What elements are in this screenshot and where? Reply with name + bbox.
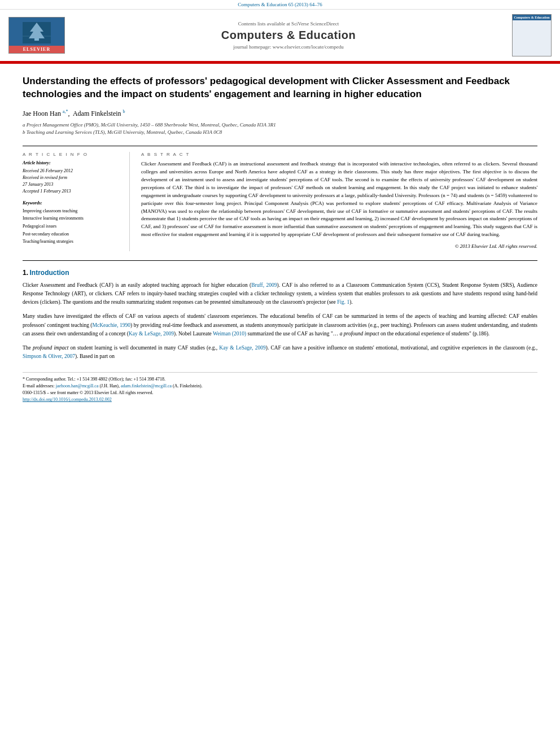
main-content: Understanding the effects of professors'…	[0, 64, 560, 414]
mckeachie-1990-link[interactable]: McKeachie, 1990	[93, 322, 131, 328]
journal-middle-bar: ELSEVIER Contents lists available at Sci…	[0, 10, 560, 61]
issn-line: 0360-1315/$ – see front matter © 2013 El…	[23, 390, 537, 396]
elsevier-logo-image: ELSEVIER	[8, 17, 65, 54]
intro-paragraph-3: The profound impact on student learning …	[23, 344, 537, 361]
intro-paragraph-1: Clicker Assessment and Feedback (CAF) is…	[23, 281, 537, 307]
thumb-title: Computers & Education	[513, 15, 551, 20]
accepted-date: Accepted 1 February 2013	[23, 188, 123, 195]
elsevier-logo: ELSEVIER	[6, 17, 68, 54]
journal-header: Computers & Education 65 (2013) 64–76	[0, 0, 560, 64]
keywords-label: Keywords:	[23, 200, 123, 206]
section-number: 1.	[23, 269, 28, 277]
email2-link[interactable]: adam.finkelstein@mcgill.ca	[121, 383, 172, 388]
keyword-3: Pedagogical issues	[23, 222, 123, 230]
bruff-2009-link[interactable]: Bruff, 2009	[251, 282, 277, 288]
journal-homepage: journal homepage: www.elsevier.com/locat…	[68, 44, 509, 50]
authors-line: Jae Hoon Han a,*, Adam Finkelstein b	[23, 109, 537, 118]
weiman-2010-link[interactable]: Weiman (2010)	[213, 331, 246, 337]
author-b-sup: b	[123, 109, 125, 114]
affiliations: a Project Management Office (PMO), McGil…	[23, 121, 537, 137]
abstract-column: A B S T R A C T Clicker Assessment and F…	[141, 152, 537, 251]
doi-link[interactable]: http://dx.doi.org/10.1016/j.compedu.2013…	[23, 397, 112, 402]
issn-text: 0360-1315/$ – see front matter © 2013 El…	[23, 390, 154, 395]
intro-paragraph-2: Many studies have investigated the effec…	[23, 312, 537, 338]
contents-list-line: Contents lists available at SciVerse Sci…	[68, 21, 509, 27]
keyword-4: Post-secondary education	[23, 230, 123, 238]
thumb-body	[530, 20, 533, 54]
journal-citation-bar: Computers & Education 65 (2013) 64–76	[0, 0, 560, 10]
abstract-label: A B S T R A C T	[141, 152, 537, 157]
affiliation-b: b Teaching and Learning Services (TLS), …	[23, 129, 537, 137]
email1-link[interactable]: jaehoon.han@mcgill.ca	[56, 383, 99, 388]
keyword-5: Teaching/learning strategies	[23, 238, 123, 246]
journal-title: Computers & Education	[68, 29, 509, 42]
simpson-oliver-2007-link[interactable]: Simpson & Oliver, 2007	[23, 353, 75, 359]
article-history-section: Article history: Received 26 February 20…	[23, 160, 123, 195]
elsevier-tree-icon	[9, 18, 64, 46]
keywords-section: Keywords: Improving classroom teaching I…	[23, 200, 123, 246]
kay-lesage-2009-link[interactable]: Kay & LeSage, 2009	[129, 331, 174, 337]
affiliation-a: a Project Management Office (PMO), McGil…	[23, 121, 537, 129]
article-info-column: A R T I C L E I N F O Article history: R…	[23, 152, 130, 251]
journal-thumb-image: Computers & Education	[512, 14, 552, 56]
received-revised-date: 27 January 2013	[23, 181, 123, 188]
abstract-text: Clicker Assessment and Feedback (CAF) is…	[141, 160, 537, 239]
copyright-line: © 2013 Elsevier Ltd. All rights reserved…	[141, 243, 537, 249]
elsevier-label: ELSEVIER	[9, 46, 64, 53]
author-adam: Adam Finkelstein b	[73, 110, 125, 117]
journal-citation: Computers & Education 65 (2013) 64–76	[238, 2, 322, 7]
intro-heading: 1. Introduction	[23, 269, 537, 277]
article-info-abstract-section: A R T I C L E I N F O Article history: R…	[23, 146, 537, 251]
email-label: E-mail addresses:	[23, 383, 55, 388]
fig1-link[interactable]: Fig. 1	[337, 299, 349, 305]
journal-title-center: Contents lists available at SciVerse Sci…	[68, 21, 509, 50]
footnotes-section: * Corresponding author. Tel.: +1 514 398…	[23, 372, 537, 403]
section-title: Introduction	[30, 269, 69, 277]
intro-divider	[23, 260, 537, 261]
doi-line: http://dx.doi.org/10.1016/j.compedu.2013…	[23, 396, 537, 403]
history-title: Article history:	[23, 160, 123, 165]
author-a-sup: a,*	[63, 109, 68, 114]
email2-name: (A. Finkelstein).	[173, 383, 203, 388]
keyword-1: Improving classroom teaching	[23, 207, 123, 215]
email1-name: (J.H. Han),	[99, 383, 120, 388]
keyword-2: Interactive learning environments	[23, 215, 123, 222]
journal-thumbnail: Computers & Education	[509, 14, 554, 56]
kay-lesage-2009-link2[interactable]: Kay & LeSage, 2009	[219, 345, 265, 351]
paper-title: Understanding the effects of professors'…	[23, 75, 537, 101]
received-date: Received 26 February 2012	[23, 168, 123, 174]
corresponding-author-note: * Corresponding author. Tel.: +1 514 398…	[23, 376, 537, 383]
red-separator	[0, 61, 560, 63]
received-revised-label: Received in revised form	[23, 174, 123, 181]
svg-rect-2	[34, 38, 39, 41]
article-info-label: A R T I C L E I N F O	[23, 152, 123, 157]
author-jae: Jae Hoon Han a,*,	[23, 110, 70, 117]
email-line: E-mail addresses: jaehoon.han@mcgill.ca …	[23, 383, 537, 390]
